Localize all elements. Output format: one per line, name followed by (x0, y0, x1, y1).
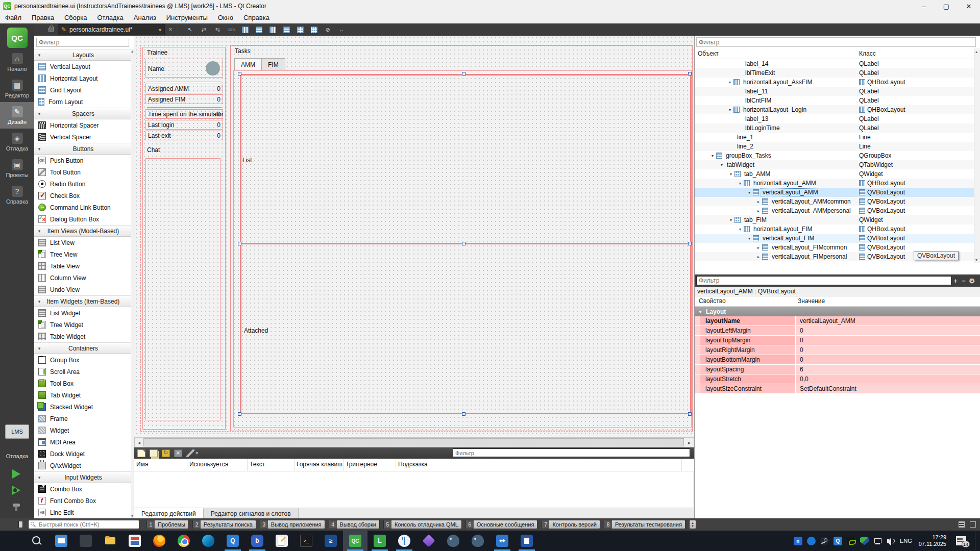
taskbar-postgresql-icon[interactable] (465, 531, 490, 551)
tree-row-lblTimeExit[interactable]: lblTimeExitQLabel (695, 68, 974, 78)
widget-item-group-box[interactable]: Group Box (34, 354, 131, 366)
widget-item-tool-box[interactable]: Tool Box (34, 378, 131, 389)
delete-action-icon[interactable] (174, 449, 182, 457)
selection-handle[interactable] (688, 72, 692, 76)
tree-row-horizontalLayout_Login[interactable]: ▾horizontalLayout_LoginQHBoxLayout (695, 105, 974, 114)
scroll-left-icon[interactable]: ◂ (135, 438, 143, 447)
tab-amm[interactable]: AMM (234, 58, 262, 71)
property-row-layoutRightMargin[interactable]: layoutRightMargin0 (695, 345, 980, 355)
class-column-header[interactable]: Класс (859, 50, 876, 57)
selection-handle[interactable] (238, 72, 241, 76)
scroll-up-icon[interactable]: ▴ (130, 49, 134, 54)
chevron-down-icon[interactable]: ▾ (727, 218, 734, 222)
selection-handle[interactable] (462, 242, 465, 245)
widget-item-table-widget[interactable]: Table Widget (34, 331, 131, 342)
action-column-3[interactable]: Текст (248, 459, 295, 471)
widget-item-horizontal-spacer[interactable]: Horizontal Spacer (34, 119, 131, 131)
layout-horizontal-icon[interactable] (240, 25, 250, 34)
tree-row-lblLoginTime[interactable]: lblLoginTimeQLabel (695, 123, 974, 133)
sidebar-toggle-icon[interactable] (18, 521, 23, 528)
property-value[interactable]: 6 (796, 365, 980, 374)
property-value[interactable]: 0 (796, 336, 980, 345)
pane-button-3[interactable]: 3Вывод приложения (260, 520, 325, 529)
widget-section-layouts[interactable]: ▾Layouts (34, 49, 131, 61)
tree-row-label_14[interactable]: label_14QLabel (695, 59, 974, 68)
layout-splitter-horizontal-icon[interactable] (267, 25, 278, 34)
taskbar-calculator-icon[interactable] (74, 531, 98, 551)
taskbar-bapp-icon[interactable]: b (245, 531, 270, 551)
taskbar-qfinder-icon[interactable]: Q (220, 531, 245, 551)
tree-row-groupBox_Tasks[interactable]: ▾groupBox_TasksQGroupBox (695, 151, 974, 160)
build-button[interactable] (12, 503, 20, 511)
output-window-icon[interactable] (970, 521, 976, 528)
property-row-layoutName[interactable]: layoutNameverticalLayout_AMM (695, 316, 980, 326)
pane-button-1[interactable]: 1Проблемы (146, 520, 189, 529)
action-column-2[interactable]: Используется (187, 459, 248, 471)
property-row-layoutBottomMargin[interactable]: layoutBottomMargin0 (695, 355, 980, 365)
widget-item-list-widget[interactable]: List Widget (34, 307, 131, 319)
widget-item-check-box[interactable]: Check Box (34, 190, 131, 202)
tree-row-tabWidget[interactable]: ▾tabWidgetQTabWidget (695, 160, 974, 169)
property-column-header[interactable]: Свойство (699, 297, 726, 305)
widget-item-tree-widget[interactable]: Tree Widget (34, 319, 131, 331)
chevron-down-icon[interactable]: ▾ (737, 227, 744, 232)
taskbar-qtcreator-icon[interactable]: QC (343, 531, 368, 551)
copy-action-icon[interactable] (150, 449, 158, 457)
tree-row-lblCntFIM[interactable]: lblCntFIMQLabel (695, 96, 974, 105)
widget-item-line-edit[interactable]: Line Edit (34, 507, 131, 518)
remove-property-button[interactable]: − (960, 277, 968, 285)
action-column-4[interactable]: Горячая клавиш (295, 459, 344, 471)
tree-row-horizontalLayout_FIM[interactable]: ▾horizontalLayout_FIMQHBoxLayout (695, 224, 974, 234)
menu-item-Анализ[interactable]: Анализ (129, 13, 161, 22)
editor-tab[interactable]: Редактор действий (134, 508, 204, 519)
taskbar-crystal-icon[interactable] (416, 531, 441, 551)
assigned-row[interactable]: Assigned AMM0 (145, 84, 223, 93)
widget-section-buttons[interactable]: ▾Buttons (34, 143, 131, 155)
tray-network-icon[interactable] (873, 537, 882, 545)
new-action-icon[interactable] (137, 449, 145, 457)
edit-tab-order-icon[interactable]: 123 (226, 25, 236, 34)
taskbar-mail-icon[interactable] (49, 531, 74, 551)
widget-section-input[interactable]: ▾Input Widgets (34, 471, 131, 483)
menu-item-Отладка[interactable]: Отладка (92, 13, 128, 22)
property-row-layoutLeftMargin[interactable]: layoutLeftMargin0 (695, 326, 980, 336)
chevron-down-icon[interactable]: ▾ (746, 236, 753, 241)
taskbar-terminal-icon[interactable]: >_ (294, 531, 318, 551)
tray-nvidia-icon[interactable] (847, 537, 855, 545)
widget-item-frame[interactable]: Frame (34, 413, 131, 424)
configure-actions-icon[interactable] (186, 449, 194, 457)
pane-button-4[interactable]: 4Вывод сборки (329, 520, 380, 529)
edit-buddies-icon[interactable]: ⇆ (212, 25, 223, 34)
selection-handle[interactable] (688, 412, 692, 416)
selection-handle[interactable] (462, 72, 465, 76)
property-value[interactable]: 0 (796, 345, 980, 355)
property-value[interactable]: 0,0 (796, 374, 980, 384)
pane-button-6[interactable]: 6Основные сообщения (465, 520, 538, 529)
pane-button-7[interactable]: 7Контроль версий (541, 520, 600, 529)
chevron-right-icon[interactable]: ▸ (755, 255, 762, 259)
selection-handle[interactable] (688, 242, 692, 245)
menu-item-Файл[interactable]: Файл (0, 13, 27, 22)
chevron-right-icon[interactable]: ▸ (755, 209, 762, 213)
stat-row[interactable]: Time spent on the simulator0 (145, 109, 223, 119)
widget-item-stacked-widget[interactable]: Stacked Widget (34, 401, 131, 413)
tree-row-line_2[interactable]: line_2Line (695, 142, 974, 151)
pane-spinner[interactable]: ▲▼ (689, 520, 696, 529)
taskbar-start-icon[interactable] (0, 531, 24, 551)
property-row-layoutTopMargin[interactable]: layoutTopMargin0 (695, 336, 980, 345)
taskbar-powershell-icon[interactable]: ≥ (318, 531, 343, 551)
taskbar-postgresql-icon[interactable] (441, 531, 465, 551)
tray-qtray-icon[interactable]: Q (834, 537, 842, 545)
property-value[interactable]: 0 (796, 326, 980, 335)
layout-section-header[interactable]: ▾ Layout (695, 307, 980, 316)
adjust-size-icon[interactable]: ↔ (336, 25, 347, 34)
taskbar-search-icon[interactable] (24, 531, 49, 551)
form-design-canvas[interactable]: Trainee Name Assigned AMM0Assigned FIM0 … (134, 36, 694, 437)
widget-section-item[interactable]: ▾Item Views (Model-Based) (34, 225, 131, 237)
property-row-layoutSpacing[interactable]: layoutSpacing6 (695, 365, 980, 374)
clock[interactable]: 17:29 07.11.2025 (919, 534, 946, 547)
action-column-5[interactable]: Триггерное (344, 459, 396, 471)
menu-item-Окно[interactable]: Окно (213, 13, 238, 22)
kit-selector[interactable]: LMS (5, 424, 29, 439)
widget-item-command-link-button[interactable]: Command Link Button (34, 202, 131, 213)
